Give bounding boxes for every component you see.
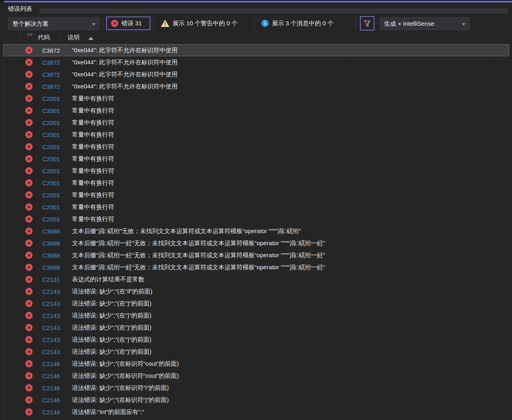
error-row[interactable]: ✕ C2144 语法错误:“int”的前面应有“;” [3,406,509,418]
error-row[interactable]: ✕ C2001 常量中有换行符 [3,177,509,189]
severity-cell: ✕ [25,240,33,247]
error-row[interactable]: ✕ C3688 文本后缀“涓□矹绗━紝”无效；未找到文文本运算符或文本运算符模板… [3,249,509,261]
error-row[interactable]: ✕ C3872 “0xe044”: 此字符不允许在标识符中使用 [3,80,509,92]
toolbar-separator [254,18,255,29]
error-description: “0xe044”: 此字符不允许在标识符中使用 [72,71,178,78]
error-row[interactable]: ✕ C2143 语法错误: 缺少“;”(在“}”的前面) [3,346,509,358]
error-code: C2146 [42,385,72,391]
column-divider[interactable] [34,33,34,42]
source-dropdown[interactable]: 生成 + IntelliSense [380,17,470,30]
error-row[interactable]: ✕ C2001 常量中有换行符 [3,165,509,177]
error-icon: ✕ [25,155,33,162]
messages-filter-label: 展示 3 个消息中的 0 个 [272,20,333,27]
error-icon: ✕ [25,336,33,343]
column-header-code[interactable]: 代码 [38,34,50,41]
error-code: C3688 [42,240,72,247]
warnings-filter-button[interactable]: ! 展示 10 个警告中的 0 个 [156,16,243,30]
error-description: 常量中有换行符 [72,179,114,187]
error-row[interactable]: ✕ C2001 常量中有换行符 [3,92,509,104]
error-code: C2001 [42,131,72,138]
error-icon: ✕ [25,59,33,66]
severity-cell: ✕ [25,179,33,186]
error-code: C2143 [42,312,72,319]
error-row[interactable]: ✕ C2143 语法错误: 缺少“;”(在“}”的前面) [3,309,509,322]
error-row[interactable]: ✕ C2146 语法错误: 缺少“;”(在标识符“i”的前面) [3,382,509,394]
column-header-description[interactable]: 说明 [68,34,80,41]
error-icon: ✕ [25,47,33,54]
error-row[interactable]: ✕ C2001 常量中有换行符 [3,129,509,141]
errors-filter-label: 错误 31 [121,20,142,27]
error-row[interactable]: ✕ C3688 文本后缀“涓□矹绗━紝”无效；未找到文文本运算符或文本运算符模板… [3,261,509,273]
severity-cell: ✕ [25,264,33,271]
severity-cell: ✕ [25,83,33,90]
error-description: 文本后缀“涓□矹绗”无效；未找到文文本运算符或文本运算符模板“operator … [72,227,301,235]
error-row[interactable]: ✕ C3688 文本后缀“涓□矹绗”无效；未找到文文本运算符或文本运算符模板“o… [3,225,509,237]
error-icon: ✕ [25,95,33,102]
error-row[interactable]: ✕ C2001 常量中有换行符 [3,141,509,153]
errors-filter-button[interactable]: ✕ 错误 31 [106,16,150,30]
severity-cell: ✕ [25,215,33,223]
error-icon: ✕ [25,131,33,138]
severity-cell: ✕ [25,252,33,259]
error-description: 常量中有换行符 [72,107,114,115]
error-row[interactable]: ✕ C2143 语法错误: 缺少“;”(在“}”的前面) [3,297,509,309]
column-divider[interactable] [60,33,61,42]
error-code: C2001 [42,204,72,211]
error-description: 常量中有换行符 [72,215,114,223]
error-row[interactable]: ✕ C2001 常量中有换行符 [3,201,509,213]
titlebar-drag-handle[interactable] [39,8,508,14]
error-code: C2143 [42,348,72,355]
warnings-filter-label: 展示 10 个警告中的 0 个 [173,20,238,27]
error-row[interactable]: ✕ C2001 常量中有换行符 [3,104,509,117]
error-row[interactable]: ✕ C3872 “0xe044”: 此字符不允许在标识符中使用 [3,68,509,80]
error-icon: ✕ [25,203,33,211]
error-row[interactable]: ✕ C3688 文本后缀“涓□矹绗━紝”无效；未找到文文本运算符或文本运算符模板… [3,237,509,249]
error-icon: ✕ [25,83,33,90]
error-code: C2143 [42,336,72,343]
error-row[interactable]: ✕ C2001 常量中有换行符 [3,189,509,201]
error-code: C2143 [42,288,72,295]
error-row[interactable]: ✕ C2143 语法错误: 缺少“;”(在“if”的前面) [3,285,509,297]
error-row[interactable]: ✕ C3872 “0xe044”: 此字符不允许在标识符中使用 [3,44,509,56]
error-list: ✕ C3872 “0xe044”: 此字符不允许在标识符中使用 ✕ C3872 … [0,44,512,420]
severity-cell: ✕ [25,312,33,319]
error-code: C2001 [42,143,72,150]
error-description: 语法错误: 缺少“;”(在标识符“i”的前面) [72,384,169,392]
severity-cell: ✕ [25,131,33,138]
scope-dropdown[interactable]: 整个解决方案 [8,17,100,30]
error-icon: ✕ [25,215,33,223]
tool-window-titlebar: 错误列表 [0,2,512,15]
error-description: 常量中有换行符 [72,167,114,175]
error-row[interactable]: ✕ C2001 常量中有换行符 [3,213,509,225]
error-icon: ✕ [25,179,33,186]
error-row[interactable]: ✕ C2146 语法错误: 缺少“;”(在标识符“cout”的前面) [3,358,509,370]
toolbar-separator [103,18,104,29]
error-description: 语法错误: 缺少“;”(在“if”的前面) [72,288,152,295]
severity-cell: ✕ [25,143,33,150]
error-code: C2001 [42,216,72,223]
error-code: C3688 [42,264,72,271]
error-row[interactable]: ✕ C2143 语法错误: 缺少“;”(在“}”的前面) [3,334,509,346]
error-row[interactable]: ✕ C2001 常量中有换行符 [3,117,509,129]
error-description: 文本后缀“涓□矹绗━紝”无效；未找到文文本运算符或文本运算符模板“operato… [72,252,325,259]
severity-cell: ✕ [25,372,33,379]
error-description: 常量中有换行符 [72,155,114,163]
error-icon: ✕ [25,71,33,78]
severity-cell: ✕ [25,336,33,343]
severity-cell: ✕ [25,119,33,126]
severity-cell: ✕ [25,288,33,295]
severity-cell: ✕ [25,408,33,416]
error-row[interactable]: ✕ C3872 “0xe044”: 此字符不允许在标识符中使用 [3,56,509,68]
error-row[interactable]: ✕ C2146 语法错误: 缺少“;”(在标识符“j”的前面) [3,394,509,406]
column-divider[interactable] [21,33,21,42]
filter-button[interactable] [360,16,374,31]
error-row[interactable]: ✕ C2146 语法错误: 缺少“;”(在标识符“cout”的前面) [3,370,509,382]
chevron-down-icon [462,23,465,25]
error-row[interactable]: ✕ C2143 语法错误: 缺少“;”(在“}”的前面) [3,322,509,334]
error-row[interactable]: ✕ C2001 常量中有换行符 [3,153,509,165]
error-description: 语法错误: 缺少“;”(在“}”的前面) [72,336,151,344]
severity-cell: ✕ [25,95,33,102]
error-icon: ✕ [25,288,33,295]
messages-filter-button[interactable]: i 展示 3 个消息中的 0 个 [257,16,338,30]
error-row[interactable]: ✕ C2131 表达式的计算结果不是常数 [3,273,509,285]
